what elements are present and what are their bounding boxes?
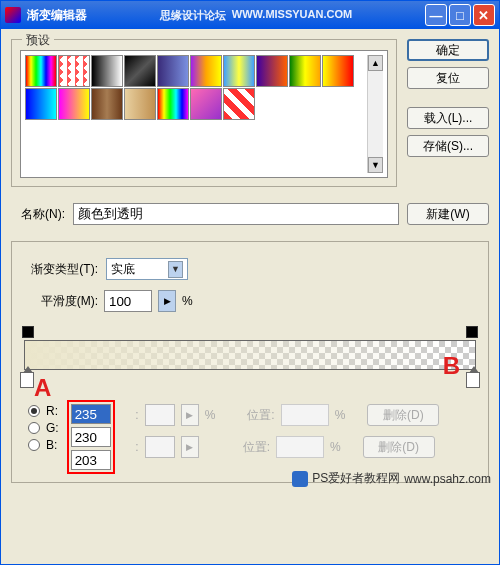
popup-button: ▶ <box>181 404 199 426</box>
presets-box: ▲ ▼ <box>20 50 388 178</box>
r-input[interactable] <box>71 404 111 424</box>
close-button[interactable]: ✕ <box>473 4 495 26</box>
g-label: G: <box>46 421 59 435</box>
preset-swatch[interactable] <box>124 88 156 120</box>
presets-label: 预设 <box>22 32 54 49</box>
gradient-editor-window: 渐变编辑器 思缘设计论坛 WWW.MISSYUAN.COM — □ ✕ 预设 <box>0 0 500 565</box>
preset-swatch[interactable] <box>91 55 123 87</box>
smoothness-input[interactable] <box>104 290 152 312</box>
scroll-up-button[interactable]: ▲ <box>368 55 383 71</box>
scroll-down-button[interactable]: ▼ <box>368 157 383 173</box>
marker-a: A <box>34 374 51 402</box>
preset-swatch[interactable] <box>190 88 222 120</box>
smoothness-popup-button[interactable]: ▶ <box>158 290 176 312</box>
preset-swatch[interactable] <box>25 88 57 120</box>
ok-button[interactable]: 确定 <box>407 39 489 61</box>
position-input-1 <box>281 404 329 426</box>
radio-r[interactable] <box>28 405 40 417</box>
smoothness-label: 平滑度(M): <box>20 293 98 310</box>
r-label: R: <box>46 404 58 418</box>
load-button[interactable]: 载入(L)... <box>407 107 489 129</box>
position-label: 位置: <box>247 407 274 424</box>
footer-watermark: PS爱好者教程网 www.psahz.com <box>292 470 491 487</box>
delete-button-2: 删除(D) <box>363 436 435 458</box>
gradient-type-select[interactable]: 实底 ▼ <box>106 258 188 280</box>
preset-swatch[interactable] <box>91 88 123 120</box>
gradient-editor-bar: A B <box>24 326 476 392</box>
preset-swatch[interactable] <box>256 55 288 87</box>
color-stop-right[interactable] <box>466 372 480 388</box>
rgb-highlight-box <box>67 400 115 474</box>
reset-button[interactable]: 复位 <box>407 67 489 89</box>
delete-button-1: 删除(D) <box>367 404 439 426</box>
color-swatch[interactable] <box>145 404 175 426</box>
preset-swatch[interactable] <box>58 55 90 87</box>
opacity-stop-left[interactable] <box>22 326 34 338</box>
preset-swatch[interactable] <box>322 55 354 87</box>
presets-scrollbar[interactable]: ▲ ▼ <box>367 55 383 173</box>
color-stop-left[interactable] <box>20 372 34 388</box>
window-title: 渐变编辑器 <box>27 7 87 24</box>
presets-fieldset: 预设 <box>11 39 397 187</box>
gradient-preview[interactable] <box>24 340 476 370</box>
position-input-2 <box>276 436 324 458</box>
preset-swatch[interactable] <box>157 55 189 87</box>
preset-swatch[interactable] <box>58 88 90 120</box>
watermark: 思缘设计论坛 WWW.MISSYUAN.COM <box>160 8 352 23</box>
titlebar: 渐变编辑器 思缘设计论坛 WWW.MISSYUAN.COM — □ ✕ <box>1 1 499 29</box>
radio-b[interactable] <box>28 439 40 451</box>
footer-logo-icon <box>292 471 308 487</box>
maximize-button[interactable]: □ <box>449 4 471 26</box>
minimize-button[interactable]: — <box>425 4 447 26</box>
g-input[interactable] <box>71 427 111 447</box>
name-label: 名称(N): <box>11 206 65 223</box>
preset-swatch[interactable] <box>223 55 255 87</box>
preset-swatch[interactable] <box>124 55 156 87</box>
position-label-2: 位置: <box>243 439 270 456</box>
marker-b: B <box>443 352 460 380</box>
popup-button-2: ▶ <box>181 436 199 458</box>
new-button[interactable]: 新建(W) <box>407 203 489 225</box>
b-input[interactable] <box>71 450 111 470</box>
save-button[interactable]: 存储(S)... <box>407 135 489 157</box>
preset-swatch[interactable] <box>223 88 255 120</box>
preset-swatch[interactable] <box>157 88 189 120</box>
preset-swatch[interactable] <box>289 55 321 87</box>
gradient-type-label: 渐变类型(T): <box>20 261 98 278</box>
chevron-down-icon: ▼ <box>168 261 183 278</box>
radio-g[interactable] <box>28 422 40 434</box>
percent-unit: % <box>182 294 193 308</box>
b-label: B: <box>46 438 57 452</box>
color-swatch-2[interactable] <box>145 436 175 458</box>
name-input[interactable] <box>73 203 399 225</box>
preset-swatch[interactable] <box>190 55 222 87</box>
opacity-stop-right[interactable] <box>466 326 478 338</box>
preset-swatch[interactable] <box>25 55 57 87</box>
app-icon <box>5 7 21 23</box>
